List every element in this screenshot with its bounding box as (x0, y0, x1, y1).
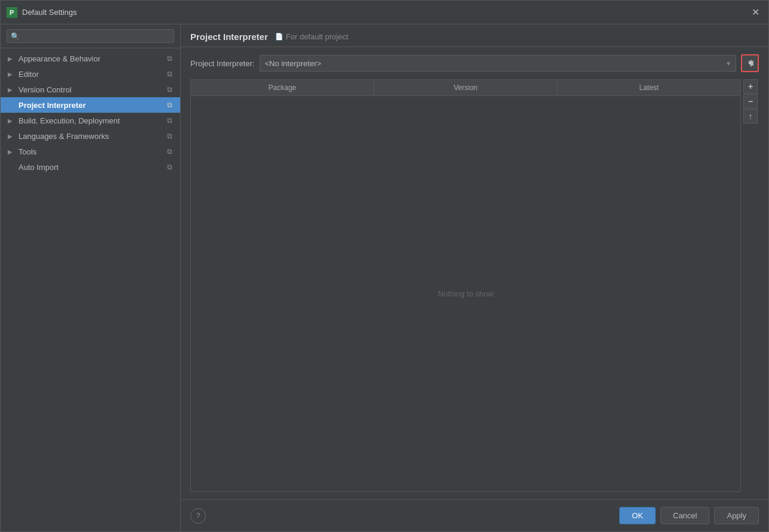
add-package-button[interactable]: + (743, 79, 758, 94)
sidebar-item-project-interpreter[interactable]: Project Interpreter ⧉ (1, 97, 180, 113)
gear-button[interactable] (741, 54, 759, 72)
interpreter-label: Project Interpreter: (190, 59, 255, 68)
right-panel: Project Interpreter 📄 For default projec… (181, 24, 768, 531)
interpreter-row: Project Interpreter: <No interpreter> ▼ (190, 54, 759, 72)
panel-subtitle: 📄 For default project (275, 32, 348, 41)
sidebar-item-version-control[interactable]: ▶ Version Control ⧉ (1, 82, 180, 97)
sidebar-item-label: Tools (18, 147, 165, 156)
sidebar-nav: ▶ Appearance & Behavior ⧉ ▶ Editor ⧉ ▶ V… (1, 48, 180, 531)
copy-icon: ⧉ (165, 147, 174, 156)
sidebar-item-editor[interactable]: ▶ Editor ⧉ (1, 66, 180, 82)
sidebar-item-build-execution[interactable]: ▶ Build, Execution, Deployment ⧉ (1, 113, 180, 128)
sidebar-item-label: Editor (18, 70, 165, 79)
panel-subtitle-text: For default project (286, 32, 348, 41)
sidebar-item-auto-import[interactable]: Auto Import ⧉ (1, 159, 180, 175)
side-buttons: + − ↑ (743, 79, 759, 492)
arrow-icon: ▶ (8, 117, 16, 124)
interpreter-select[interactable]: <No interpreter> (260, 55, 736, 72)
close-button[interactable]: ✕ (748, 5, 762, 20)
copy-icon-active: ⧉ (165, 100, 174, 110)
search-icon: 🔍 (11, 32, 20, 41)
gear-icon (745, 58, 755, 68)
bottom-left: ? (190, 508, 206, 524)
svg-text:P: P (10, 9, 14, 16)
sidebar-item-label: Appearance & Behavior (18, 54, 165, 63)
copy-icon: ⧉ (165, 162, 174, 172)
title-bar: P Default Settings ✕ (1, 1, 768, 24)
table-area: Package Version Latest Nothing to show +… (190, 79, 759, 492)
app-icon: P (7, 7, 17, 18)
sidebar-item-tools[interactable]: ▶ Tools ⧉ (1, 144, 180, 159)
arrow-icon: ▶ (8, 55, 16, 62)
help-button[interactable]: ? (190, 508, 206, 524)
table-header: Package Version Latest (191, 80, 740, 96)
apply-button[interactable]: Apply (714, 507, 759, 524)
sidebar-item-label: Auto Import (18, 163, 165, 172)
help-icon: ? (196, 511, 200, 520)
col-latest-header: Latest (558, 80, 740, 95)
remove-package-button[interactable]: − (743, 94, 758, 109)
main-content: 🔍 ▶ Appearance & Behavior ⧉ ▶ Editor ⧉ (1, 24, 768, 531)
ok-button[interactable]: OK (619, 507, 656, 524)
document-icon: 📄 (275, 33, 283, 41)
col-version-header: Version (374, 80, 557, 95)
arrow-icon: ▶ (8, 86, 16, 93)
title-bar-left: P Default Settings (7, 7, 77, 18)
cancel-button[interactable]: Cancel (660, 507, 709, 524)
window-title: Default Settings (22, 8, 77, 17)
search-box: 🔍 (1, 24, 180, 48)
move-up-button[interactable]: ↑ (743, 109, 758, 123)
sidebar-item-languages-frameworks[interactable]: ▶ Languages & Frameworks ⧉ (1, 128, 180, 144)
arrow-icon (8, 164, 16, 171)
arrow-icon: ▶ (8, 71, 16, 78)
table-empty-message: Nothing to show (191, 96, 740, 491)
copy-icon: ⧉ (165, 85, 174, 94)
arrow-icon (8, 102, 16, 109)
sidebar-item-label: Version Control (18, 85, 165, 94)
table-container: Package Version Latest Nothing to show (190, 79, 741, 492)
bottom-right: OK Cancel Apply (619, 507, 759, 524)
sidebar-item-label: Project Interpreter (18, 101, 165, 110)
arrow-icon: ▶ (8, 133, 16, 140)
main-window: P Default Settings ✕ 🔍 ▶ Appearance & Be… (0, 0, 769, 532)
sidebar-item-appearance[interactable]: ▶ Appearance & Behavior ⧉ (1, 51, 180, 66)
panel-title: Project Interpreter (190, 32, 268, 42)
copy-icon: ⧉ (165, 69, 174, 79)
panel-body: Project Interpreter: <No interpreter> ▼ (181, 47, 768, 499)
panel-header: Project Interpreter 📄 For default projec… (181, 24, 768, 47)
sidebar-item-label: Languages & Frameworks (18, 132, 165, 141)
copy-icon: ⧉ (165, 54, 174, 63)
nothing-to-show-text: Nothing to show (438, 289, 493, 298)
sidebar-item-label: Build, Execution, Deployment (18, 116, 165, 125)
sidebar: 🔍 ▶ Appearance & Behavior ⧉ ▶ Editor ⧉ (1, 24, 181, 531)
interpreter-select-wrapper: <No interpreter> ▼ (260, 55, 736, 72)
copy-icon: ⧉ (165, 131, 174, 141)
bottom-bar: ? OK Cancel Apply (181, 499, 768, 531)
search-input[interactable] (23, 32, 170, 41)
search-wrapper[interactable]: 🔍 (7, 29, 174, 43)
arrow-icon: ▶ (8, 149, 16, 155)
copy-icon: ⧉ (165, 116, 174, 125)
col-package-header: Package (191, 80, 374, 95)
